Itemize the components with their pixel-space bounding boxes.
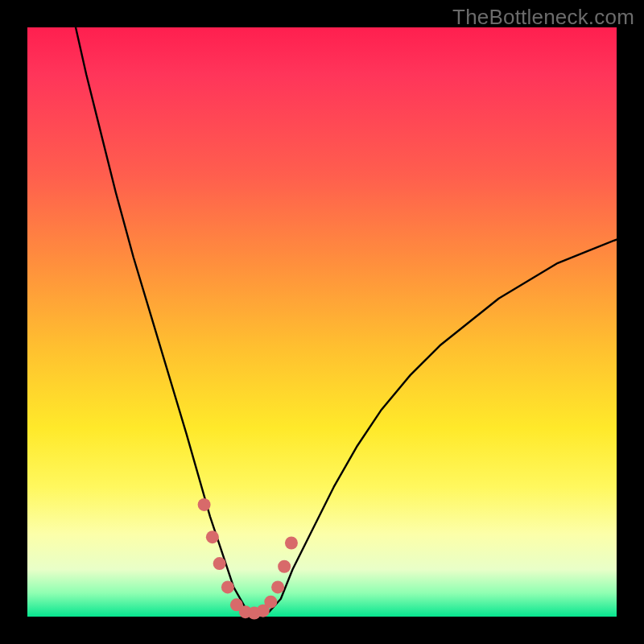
highlight-markers — [198, 498, 298, 620]
marker-dot — [206, 530, 219, 543]
chart-svg — [27, 27, 617, 617]
marker-dot — [278, 560, 291, 573]
bottleneck-curve — [76, 27, 617, 613]
marker-dot — [271, 580, 284, 593]
marker-dot — [285, 537, 298, 550]
marker-dot — [221, 580, 234, 593]
marker-dot — [264, 596, 277, 609]
outer-frame: TheBottleneck.com — [0, 0, 644, 644]
marker-dot — [213, 557, 226, 570]
watermark-text: TheBottleneck.com — [452, 5, 634, 30]
marker-dot — [198, 498, 211, 511]
